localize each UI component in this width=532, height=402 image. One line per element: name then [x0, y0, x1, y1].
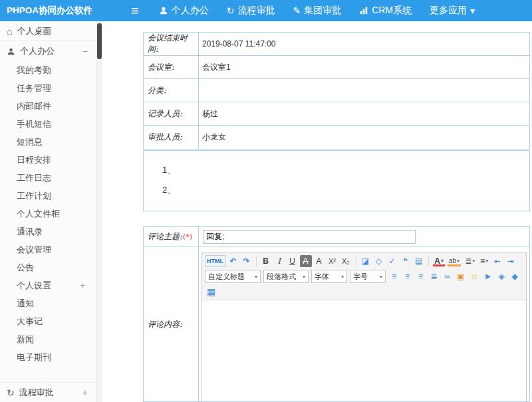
unordered-list-icon[interactable]: ≡▾: [478, 255, 490, 267]
sidebar-section-personal-office[interactable]: 个人办公 −: [0, 41, 96, 61]
superscript-icon[interactable]: X²: [327, 255, 338, 267]
nav-label: CRM系统: [372, 5, 412, 17]
sidebar-desktop-label: 个人桌面: [17, 25, 51, 37]
image-icon[interactable]: ▣: [455, 270, 467, 282]
field-value: 小龙女: [199, 126, 529, 149]
sidebar-item[interactable]: 通知: [17, 294, 96, 312]
icon-glyph: ◈: [498, 272, 504, 280]
paragraph-select[interactable]: 段落格式▾: [263, 270, 309, 283]
sidebar-scrollbar[interactable]: [96, 21, 102, 402]
menu-icon[interactable]: ≡: [131, 4, 139, 17]
rich-text-editor: HTML ↶ ↷ B I: [201, 252, 527, 401]
icon-glyph: A: [316, 257, 321, 265]
sidebar-item[interactable]: 公告: [17, 258, 96, 276]
caret-down-icon: ▾: [457, 258, 460, 264]
nav-group-approval[interactable]: ✎ 集团审批: [293, 5, 341, 17]
select-label: 字体: [315, 272, 329, 282]
heading-select[interactable]: 自定义标题▾: [205, 270, 261, 283]
editor-content-area[interactable]: [202, 300, 526, 401]
nav-more-apps[interactable]: 更多应用 ▾: [430, 5, 475, 17]
expand-icon[interactable]: +: [82, 387, 88, 398]
new-document-icon[interactable]: ▤: [413, 255, 425, 267]
sidebar-item[interactable]: 手机短信: [17, 115, 96, 133]
sidebar-item[interactable]: 工作计划: [17, 187, 96, 205]
attachment-icon[interactable]: ◈: [496, 270, 508, 282]
size-select[interactable]: 字号▾: [350, 270, 386, 283]
ordered-list-icon[interactable]: ≣▾: [463, 255, 477, 267]
sidebar-item[interactable]: 电子期刊: [17, 348, 96, 366]
toolbar-separator[interactable]: [256, 256, 257, 266]
indent-icon[interactable]: ⇥: [505, 255, 517, 267]
sidebar-item-label: 日程安排: [17, 154, 51, 166]
sidebar-item[interactable]: 会议管理: [17, 241, 96, 258]
workflow-icon: ↻: [7, 388, 15, 397]
sidebar-item[interactable]: 我的考勤: [17, 61, 96, 79]
sidebar-item-label: 我的考勤: [17, 64, 51, 76]
comment-subject-input[interactable]: [203, 230, 416, 244]
sidebar-item[interactable]: 工作日志: [17, 169, 96, 187]
media-icon[interactable]: ▶: [483, 270, 495, 282]
sidebar-item[interactable]: 通讯录: [17, 223, 96, 241]
nav-workflow-approval[interactable]: ↻ 流程审批: [227, 5, 275, 17]
font-color-icon[interactable]: A▾: [432, 255, 446, 267]
bold-icon[interactable]: B: [260, 255, 272, 267]
nav-crm[interactable]: CRM系统: [359, 5, 412, 17]
sidebar-item[interactable]: 内部邮件: [17, 97, 96, 115]
sidebar-section-workflow[interactable]: ↻ 流程审批 +: [0, 382, 96, 402]
clear-format-icon[interactable]: ◇: [373, 255, 385, 267]
toolbar-separator[interactable]: [428, 256, 429, 266]
collapse-icon[interactable]: −: [82, 46, 88, 56]
remove-format-icon[interactable]: A: [313, 255, 325, 267]
quote-icon[interactable]: ❝: [400, 255, 412, 267]
caret-down-icon: ▾: [341, 274, 344, 280]
sidebar-item[interactable]: 日程安排: [17, 151, 96, 169]
align-left-icon[interactable]: ≡: [388, 270, 400, 282]
sidebar-item-label: 内部邮件: [17, 100, 51, 112]
italic-icon[interactable]: I: [273, 255, 285, 267]
table-icon[interactable]: ▦: [205, 286, 217, 298]
sidebar-item-label: 电子期刊: [17, 352, 51, 363]
spellcheck-icon[interactable]: ✓: [386, 255, 398, 267]
icon-glyph: X₂: [342, 258, 350, 265]
sidebar-item[interactable]: 短消息: [17, 133, 96, 151]
redo-icon[interactable]: ↷: [241, 255, 253, 267]
sidebar-item[interactable]: 个人设置 +: [17, 276, 96, 294]
sidebar-item-desktop[interactable]: ⌂ 个人桌面: [0, 21, 96, 41]
comment-content-cell: HTML ↶ ↷ B I: [199, 247, 529, 401]
undo-icon[interactable]: ↶: [227, 255, 239, 267]
align-right-icon[interactable]: ≡: [415, 270, 427, 282]
font-select[interactable]: 字体▾: [311, 270, 347, 283]
sidebar-item-label: 公告: [17, 262, 34, 274]
caret-down-icon: ▾: [485, 258, 488, 264]
field-label: 会议室:: [144, 56, 199, 78]
scrollbar-thumb[interactable]: [97, 23, 102, 59]
subscript-icon[interactable]: X₂: [340, 255, 352, 267]
eraser-icon[interactable]: ◪: [360, 255, 372, 267]
toolbar-separator[interactable]: [356, 256, 356, 266]
align-justify-icon[interactable]: ≣: [428, 270, 440, 282]
comment-table: 评论主题:(*) 评论内容: HTML ↶: [143, 226, 530, 402]
highlight-color-icon[interactable]: ab▾: [447, 255, 462, 267]
content-line: 2、: [162, 180, 529, 200]
table-row: 会议室: 会议室1: [144, 56, 529, 79]
nav-personal-office[interactable]: 个人办公: [159, 5, 209, 17]
strikethrough-icon[interactable]: A: [300, 255, 312, 267]
sidebar-item[interactable]: 个人文件柜: [17, 205, 96, 223]
outdent-icon[interactable]: ⇤: [491, 255, 503, 267]
sidebar-item-label: 个人设置: [17, 280, 51, 292]
save-icon[interactable]: ◆: [509, 270, 521, 282]
html-source-button[interactable]: HTML: [205, 255, 226, 267]
field-label-text: 评论主题:: [148, 231, 182, 243]
sidebar-item[interactable]: 大事记: [17, 312, 96, 330]
link-icon[interactable]: ∞: [442, 270, 454, 282]
sidebar-item[interactable]: 新闻: [17, 330, 96, 348]
align-center-icon[interactable]: ≡: [402, 270, 414, 282]
emoticon-icon[interactable]: ☺: [468, 270, 481, 282]
icon-glyph: ▶: [485, 273, 491, 280]
field-label: 会议结束时间:: [144, 33, 199, 55]
sidebar-item-label: 手机短信: [17, 118, 51, 130]
underline-icon[interactable]: U: [287, 255, 299, 267]
sidebar-item[interactable]: 任务管理: [17, 79, 96, 97]
icon-glyph: ◇: [376, 257, 382, 265]
nav-label: 集团审批: [304, 5, 341, 17]
